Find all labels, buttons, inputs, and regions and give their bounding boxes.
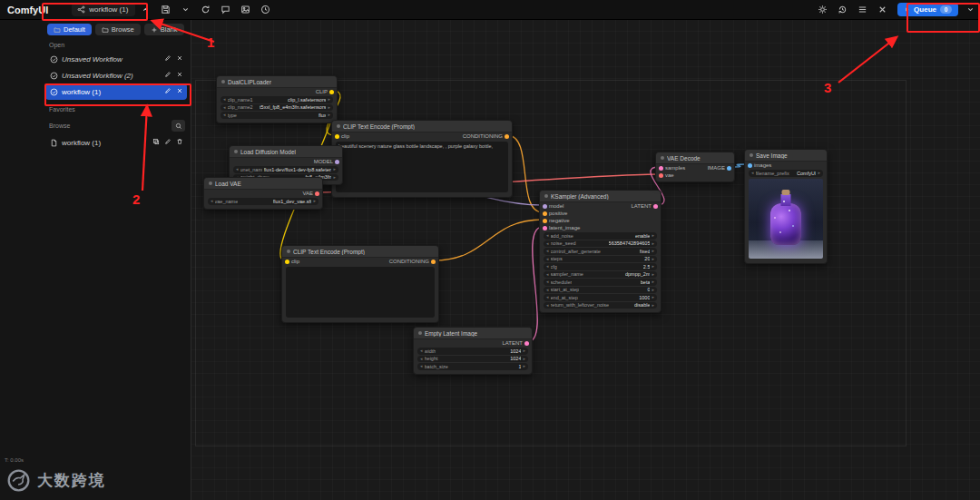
increment-arrow-icon[interactable]: ▸	[652, 249, 654, 253]
node-header[interactable]: CLIP Text Encode (Prompt)	[282, 246, 438, 258]
prompt-textarea[interactable]: beautiful scenery nature glass bottle la…	[336, 142, 508, 192]
queue-list-icon[interactable]	[855, 3, 869, 17]
increment-arrow-icon[interactable]: ▸	[523, 357, 525, 361]
workflow-tab[interactable]: workflow (1)	[72, 3, 135, 16]
input-port-model[interactable]: model	[543, 203, 564, 209]
port-dot-icon[interactable]	[543, 204, 547, 209]
delete-icon[interactable]	[176, 138, 183, 147]
node-empty-latent-image[interactable]: Empty Latent ImageLATENT◂width1024▸◂heig…	[413, 327, 533, 375]
settings-gear-icon[interactable]	[815, 3, 829, 17]
increment-arrow-icon[interactable]: ▸	[652, 272, 654, 277]
node-clip-text-encode-prompt[interactable]: CLIP Text Encode (Prompt)clipCONDITIONIN…	[281, 245, 439, 323]
open-workflow-item[interactable]: Unsaved Workflow (2)	[45, 67, 187, 83]
port-dot-icon[interactable]	[505, 134, 509, 139]
decrement-arrow-icon[interactable]: ◂	[420, 357, 423, 361]
widget-filename_prefix[interactable]: ◂filename_prefixComfyUI▸	[749, 170, 823, 177]
node-header[interactable]: Save Image	[745, 150, 827, 162]
port-dot-icon[interactable]	[335, 160, 339, 164]
collapse-dot-icon[interactable]	[337, 124, 340, 128]
widget-sampler_name[interactable]: ◂sampler_namedpmpp_2m▸	[544, 271, 657, 279]
node-ksampler-advanced[interactable]: KSampler (Advanced)modelLATENTpositivene…	[539, 190, 662, 313]
widget-end_at_step[interactable]: ◂end_at_step1000▸	[544, 294, 657, 301]
increment-arrow-icon[interactable]: ▸	[328, 105, 330, 110]
collapse-dot-icon[interactable]	[234, 150, 238, 153]
port-dot-icon[interactable]	[543, 211, 547, 216]
widget-steps[interactable]: ◂steps20▸	[544, 256, 657, 263]
port-dot-icon[interactable]	[285, 260, 289, 264]
chat-icon[interactable]	[218, 3, 232, 17]
widget-return_with_leftover_noise[interactable]: ◂return_with_leftover_noisedisable▸	[544, 302, 657, 309]
save-icon[interactable]	[158, 3, 172, 17]
close-panel-icon[interactable]	[875, 3, 889, 17]
widget-height[interactable]: ◂height1024▸	[417, 356, 528, 363]
decrement-arrow-icon[interactable]: ◂	[546, 272, 549, 277]
collapse-dot-icon[interactable]	[544, 194, 548, 198]
close-icon[interactable]	[176, 71, 183, 80]
increment-arrow-icon[interactable]: ▸	[652, 295, 654, 299]
node-header[interactable]: Empty Latent Image	[414, 328, 532, 339]
insert-icon[interactable]	[152, 138, 160, 147]
decrement-arrow-icon[interactable]: ◂	[546, 233, 549, 238]
port-dot-icon[interactable]	[543, 219, 547, 223]
increment-arrow-icon[interactable]: ▸	[652, 279, 654, 284]
collapse-dot-icon[interactable]	[221, 80, 225, 83]
browse-workflow-item[interactable]: workflow (1)	[45, 134, 187, 151]
increment-arrow-icon[interactable]: ▸	[523, 348, 525, 353]
node-header[interactable]: CLIP Text Encode (Prompt)	[332, 121, 512, 132]
input-port-images[interactable]: images	[748, 162, 771, 168]
increment-arrow-icon[interactable]: ▸	[652, 233, 654, 238]
increment-arrow-icon[interactable]: ▸	[328, 113, 330, 117]
widget-start_at_step[interactable]: ◂start_at_step0▸	[544, 287, 657, 294]
open-workflow-item[interactable]: Unsaved Workflow	[45, 51, 187, 67]
widget-cfg[interactable]: ◂cfg2.5▸	[544, 263, 657, 270]
collapse-dot-icon[interactable]	[750, 153, 753, 157]
node-clip-text-encode-prompt[interactable]: CLIP Text Encode (Prompt)clipCONDITIONIN…	[331, 120, 513, 198]
increment-arrow-icon[interactable]: ▸	[652, 264, 654, 269]
widget-add_noise[interactable]: ◂add_noiseenable▸	[544, 232, 657, 240]
collapse-dot-icon[interactable]	[209, 181, 212, 185]
port-dot-icon[interactable]	[543, 226, 547, 230]
increment-arrow-icon[interactable]: ▸	[328, 97, 330, 102]
increment-arrow-icon[interactable]: ▸	[313, 199, 316, 203]
chevron-up-icon[interactable]	[138, 3, 152, 17]
output-port-IMAGE[interactable]: IMAGE	[708, 165, 731, 171]
output-port-MODEL[interactable]: MODEL	[314, 159, 339, 164]
node-header[interactable]: KSampler (Advanced)	[540, 191, 661, 202]
decrement-arrow-icon[interactable]: ◂	[211, 199, 213, 203]
increment-arrow-icon[interactable]: ▸	[652, 288, 654, 292]
widget-clip_name2[interactable]: ◂clip_name2t5xxl_fp8_e4m3fn.safetensors▸	[220, 104, 333, 112]
widget-noise_seed[interactable]: ◂noise_seed563584742894605▸	[544, 240, 657, 248]
widget-clip_name1[interactable]: ◂clip_name1clip_l.safetensors▸	[220, 96, 333, 103]
output-port-LATENT[interactable]: LATENT	[631, 203, 658, 209]
input-port-clip[interactable]: clip	[285, 259, 299, 264]
decrement-arrow-icon[interactable]: ◂	[546, 249, 549, 253]
prompt-textarea[interactable]	[286, 267, 435, 318]
increment-arrow-icon[interactable]: ▸	[652, 303, 654, 308]
collapse-dot-icon[interactable]	[661, 156, 664, 160]
output-port-CONDITIONING[interactable]: CONDITIONING	[463, 133, 509, 139]
decrement-arrow-icon[interactable]: ◂	[546, 279, 549, 284]
node-load-vae[interactable]: Load VAEVAE◂vae_nameflux1_dev_vae.sft▸	[203, 177, 323, 210]
increment-arrow-icon[interactable]: ▸	[818, 171, 820, 175]
node-header[interactable]: Load VAE	[204, 178, 322, 190]
decrement-arrow-icon[interactable]: ◂	[223, 97, 226, 102]
widget-scheduler[interactable]: ◂schedulerbeta▸	[544, 279, 657, 286]
output-port-VAE[interactable]: VAE	[302, 191, 319, 196]
close-icon[interactable]	[176, 54, 183, 64]
node-dualcliploader[interactable]: DualCLIPLoaderCLIP◂clip_name1clip_l.safe…	[216, 75, 338, 123]
history-icon[interactable]	[835, 3, 849, 17]
port-dot-icon[interactable]	[315, 191, 319, 196]
close-icon[interactable]	[176, 87, 183, 96]
increment-arrow-icon[interactable]: ▸	[523, 364, 525, 368]
increment-arrow-icon[interactable]: ▸	[333, 167, 336, 172]
port-dot-icon[interactable]	[335, 134, 339, 139]
decrement-arrow-icon[interactable]: ◂	[546, 241, 549, 246]
widget-width[interactable]: ◂width1024▸	[417, 348, 528, 355]
queue-options-chevron-icon[interactable]	[963, 3, 977, 17]
rename-icon[interactable]	[164, 54, 172, 64]
clock-icon[interactable]	[258, 3, 272, 17]
increment-arrow-icon[interactable]: ▸	[652, 257, 654, 261]
tab-browse[interactable]: Browse	[95, 24, 141, 35]
decrement-arrow-icon[interactable]: ◂	[546, 257, 549, 261]
decrement-arrow-icon[interactable]: ◂	[751, 171, 754, 175]
